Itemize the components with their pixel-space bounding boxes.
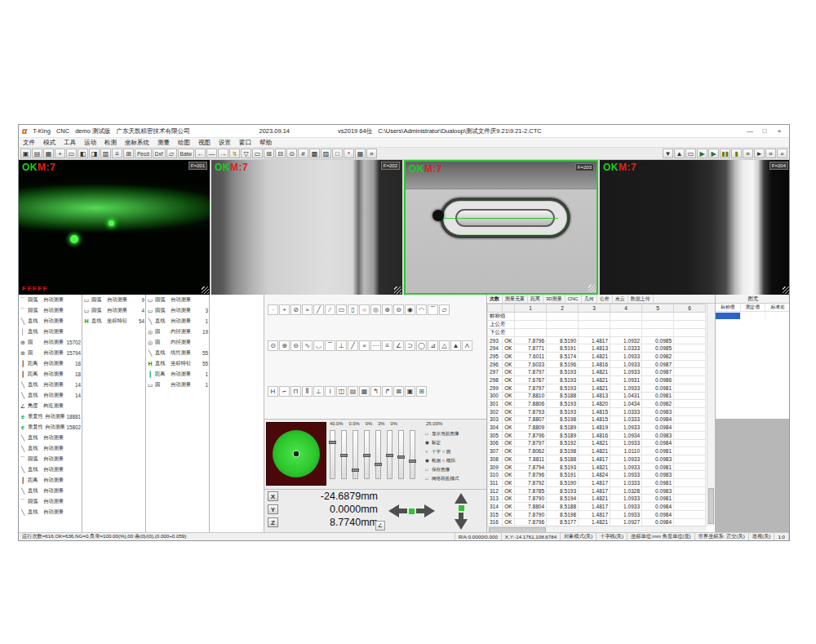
- table-fixed-row[interactable]: 下公差: [488, 328, 706, 336]
- toolbar-pattern-button[interactable]: ▨: [321, 149, 331, 158]
- toolbar-frame-button[interactable]: ▭: [252, 149, 263, 158]
- feature-row[interactable]: ╲直线自动测量: [19, 486, 82, 496]
- toolbar-export-button[interactable]: ▱: [166, 149, 177, 158]
- tool-icon[interactable]: △: [439, 340, 450, 351]
- angle-mode-button[interactable]: ∠: [375, 521, 385, 531]
- table-column-header[interactable]: 3: [579, 304, 610, 313]
- tool-icon[interactable]: ▱: [439, 304, 450, 315]
- tool-icon[interactable]: ⊖: [393, 304, 404, 315]
- tool-icon[interactable]: ╱: [348, 340, 358, 351]
- table-fixed-row[interactable]: 上公差: [488, 320, 706, 328]
- jog-vertical-control[interactable]: [455, 493, 468, 531]
- tool-icon[interactable]: ⊕: [382, 304, 392, 315]
- tool-icon[interactable]: ▤: [348, 386, 358, 397]
- tool-icon[interactable]: ×: [359, 340, 370, 351]
- element-cell[interactable]: [765, 312, 790, 319]
- toolbar-select-frame-button[interactable]: ▭: [66, 149, 77, 158]
- toolbar-open-file-button[interactable]: ▤: [32, 149, 42, 158]
- measurement-row[interactable]: 313OK7.87908.51941.48211.09330.0981: [488, 495, 706, 503]
- tool-icon[interactable]: ◫: [336, 386, 347, 397]
- feature-row[interactable]: ╲直线自动测量: [19, 433, 82, 443]
- option-line[interactable]: ◉标定: [425, 438, 486, 447]
- tool-icon[interactable]: ⊿: [428, 340, 438, 351]
- slider-thumb[interactable]: [363, 454, 370, 457]
- light-slider[interactable]: [387, 430, 392, 479]
- tool-icon[interactable]: ◯: [416, 340, 427, 351]
- camera-view-edge-right[interactable]: OKM:7 F=204: [600, 160, 790, 295]
- feature-row[interactable]: ╲直线线性测量55: [146, 348, 209, 358]
- table-fixed-row[interactable]: 标称值: [488, 312, 706, 320]
- tool-icon[interactable]: ⊘: [290, 304, 301, 315]
- toolbar-jog-left-button[interactable]: ←: [195, 149, 206, 158]
- toolbar-tools-button[interactable]: ¤: [765, 149, 776, 158]
- toolbar-save-data-button[interactable]: ▼: [663, 149, 673, 158]
- tool-icon[interactable]: ×: [302, 304, 313, 315]
- measurement-row[interactable]: 312OK7.87858.51931.48171.03280.0983: [488, 486, 706, 495]
- toolbar-light-button[interactable]: ↯: [229, 149, 240, 158]
- tool-icon[interactable]: ≡: [382, 340, 392, 351]
- toolbar-crosshair-button[interactable]: #: [298, 149, 308, 158]
- menu-item-工具[interactable]: 工具: [64, 139, 76, 147]
- element-column-测定值[interactable]: 测定值: [741, 304, 766, 311]
- toolbar-dxf-button[interactable]: Dxf: [153, 149, 166, 158]
- toolbar-chip-button[interactable]: ▦: [355, 149, 366, 158]
- tool-icon[interactable]: ⊖: [290, 340, 301, 351]
- table-tab-8[interactable]: 点云: [613, 295, 628, 303]
- tool-icon[interactable]: ∙: [268, 304, 278, 315]
- feature-row[interactable]: ⊕圆自动测量15702: [19, 337, 82, 348]
- toolbar-save-file-button[interactable]: ▦: [43, 149, 54, 158]
- measurement-row[interactable]: 310OK7.87968.51911.48241.09330.0983: [488, 471, 706, 479]
- feature-row[interactable]: ╲直线自动测量: [19, 507, 82, 517]
- slider-thumb[interactable]: [352, 469, 359, 472]
- tool-icon[interactable]: ⊕: [279, 340, 290, 351]
- slider-thumb[interactable]: [386, 454, 393, 457]
- option-mark-icon[interactable]: □: [425, 429, 432, 438]
- element-panel-row[interactable]: [716, 312, 790, 319]
- table-column-header[interactable]: 6: [674, 304, 706, 313]
- feature-row[interactable]: e重复性自动测量15802: [19, 422, 82, 433]
- menu-item-帮助[interactable]: 帮助: [259, 139, 272, 147]
- tool-icon[interactable]: Η: [268, 386, 278, 397]
- jog-down-icon[interactable]: [455, 519, 468, 530]
- measurement-row[interactable]: 307OK7.80628.51981.48211.01100.0981: [488, 447, 706, 455]
- feature-row[interactable]: ▭圆弧自动测量9: [82, 295, 145, 305]
- toolbar-jog-stop-button[interactable]: —: [206, 149, 217, 158]
- minimize-button[interactable]: —: [743, 127, 756, 136]
- tool-icon[interactable]: ▯: [348, 304, 358, 315]
- toolbar-calibrate-button[interactable]: ¤: [366, 149, 377, 158]
- feature-row[interactable]: ⌒圆弧自动测量: [19, 496, 82, 507]
- feature-row[interactable]: ╲直线自动测量: [19, 316, 82, 326]
- toolbar-new-file-button[interactable]: ▣: [20, 149, 31, 158]
- measurement-row[interactable]: 298OK7.67678.51931.48211.09310.0986: [488, 376, 706, 384]
- option-mark-icon[interactable]: □: [425, 465, 432, 474]
- toolbar-magnifier-button[interactable]: ⊙: [286, 149, 297, 158]
- measurement-row[interactable]: 309OK7.87948.51931.48211.09330.0981: [488, 463, 706, 471]
- feature-row[interactable]: │直线自动测量: [19, 326, 82, 337]
- measurement-row[interactable]: 311OK7.87928.51901.48171.03330.0981: [488, 479, 706, 487]
- tool-icon[interactable]: ◎: [370, 304, 381, 315]
- feature-row[interactable]: ┃距离自动测量: [19, 475, 82, 486]
- feature-row[interactable]: ┃距离自动测量1: [146, 369, 209, 380]
- tool-icon[interactable]: ◠: [416, 304, 427, 315]
- toolbar-remote-run-button[interactable]: ►: [754, 149, 765, 158]
- table-tab-1[interactable]: 次数: [487, 295, 503, 303]
- measurement-row[interactable]: 306OK7.87978.51921.48211.09330.0984: [488, 439, 706, 447]
- toolbar-zoom-in-button[interactable]: ⊞: [264, 149, 274, 158]
- feature-row[interactable]: ⌒圆弧自动测量: [19, 295, 82, 305]
- toolbar-texture-button[interactable]: ▩: [309, 149, 320, 158]
- measurement-row[interactable]: 302OK7.87938.51931.48151.03330.0983: [488, 407, 706, 415]
- table-tab-7[interactable]: 公差: [597, 295, 613, 303]
- toolbar-batw-button[interactable]: Batw: [178, 149, 194, 158]
- feature-row[interactable]: ╲直线自动测量: [19, 443, 82, 454]
- jog-left-icon[interactable]: [388, 504, 399, 517]
- slider-thumb[interactable]: [375, 463, 382, 466]
- table-tab-5[interactable]: CNC: [565, 295, 582, 303]
- light-slider[interactable]: [330, 430, 335, 479]
- feature-row[interactable]: ▭圆弧自动测量4: [82, 305, 145, 316]
- menu-item-坐标系统[interactable]: 坐标系统: [125, 139, 149, 147]
- slider-thumb[interactable]: [409, 460, 416, 463]
- option-line[interactable]: □显示当前图像: [425, 429, 486, 438]
- measurement-row[interactable]: 293OK7.87968.51901.48171.09320.0985: [488, 336, 706, 344]
- tool-icon[interactable]: ⊥: [336, 340, 347, 351]
- element-column-标称值[interactable]: 标称值: [716, 304, 741, 311]
